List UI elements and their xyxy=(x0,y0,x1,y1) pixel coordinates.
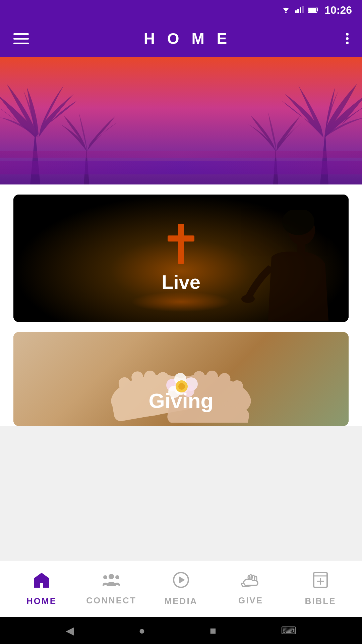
bible-icon xyxy=(312,571,328,593)
nav-item-connect[interactable]: CONNECT xyxy=(76,572,146,606)
app-toolbar: H O M E xyxy=(0,20,362,57)
nav-item-bible[interactable]: BIBLE xyxy=(286,571,355,606)
android-nav-bar: ◀ ● ■ ⌨ xyxy=(0,617,362,644)
nav-item-media[interactable]: MEDIA xyxy=(146,571,216,606)
svg-rect-10 xyxy=(297,242,305,252)
android-recents-button[interactable]: ■ xyxy=(210,625,216,637)
svg-point-36 xyxy=(115,575,119,579)
nav-item-give[interactable]: GIVE xyxy=(216,572,286,606)
android-home-button[interactable]: ● xyxy=(139,625,145,637)
nav-label-media: MEDIA xyxy=(165,596,198,606)
svg-point-11 xyxy=(241,295,255,303)
nav-label-home: HOME xyxy=(26,596,57,606)
svg-point-35 xyxy=(103,575,107,579)
media-icon xyxy=(172,571,190,593)
svg-rect-6 xyxy=(317,8,318,11)
connect-icon xyxy=(102,572,121,592)
hamburger-menu-button[interactable] xyxy=(13,33,29,44)
svg-rect-4 xyxy=(302,6,304,13)
person-silhouette xyxy=(231,210,332,322)
svg-rect-2 xyxy=(297,9,299,13)
wifi-icon xyxy=(281,5,291,15)
battery-icon xyxy=(308,5,318,15)
status-icons xyxy=(281,5,318,15)
cards-area: Live xyxy=(0,184,362,426)
nav-label-bible: BIBLE xyxy=(305,596,336,606)
svg-rect-7 xyxy=(308,8,316,12)
nav-label-connect: CONNECT xyxy=(86,595,136,606)
nav-label-give: GIVE xyxy=(238,595,263,606)
android-keyboard-button[interactable]: ⌨ xyxy=(281,624,296,637)
signal-icon xyxy=(295,5,304,15)
nav-item-home[interactable]: HOME xyxy=(7,571,76,606)
status-bar: 10:26 xyxy=(0,0,362,20)
bottom-navigation: HOME CONNECT MEDIA xyxy=(0,560,362,617)
giving-label: Giving xyxy=(13,389,349,413)
give-icon xyxy=(241,572,260,592)
palm-container xyxy=(0,57,362,184)
svg-marker-38 xyxy=(179,577,185,583)
page-title: H O M E xyxy=(144,30,231,48)
svg-rect-3 xyxy=(300,7,301,13)
hero-banner xyxy=(0,57,362,184)
cross-icon xyxy=(168,224,194,264)
svg-point-0 xyxy=(285,12,287,13)
live-label: Live xyxy=(162,271,200,293)
android-back-button[interactable]: ◀ xyxy=(66,624,74,637)
live-card[interactable]: Live xyxy=(13,195,349,322)
more-options-button[interactable] xyxy=(346,33,349,44)
status-time: 10:26 xyxy=(324,4,352,16)
home-icon xyxy=(33,571,50,593)
svg-rect-1 xyxy=(295,10,297,13)
giving-card[interactable]: Giving xyxy=(13,332,349,426)
svg-point-34 xyxy=(109,574,114,579)
